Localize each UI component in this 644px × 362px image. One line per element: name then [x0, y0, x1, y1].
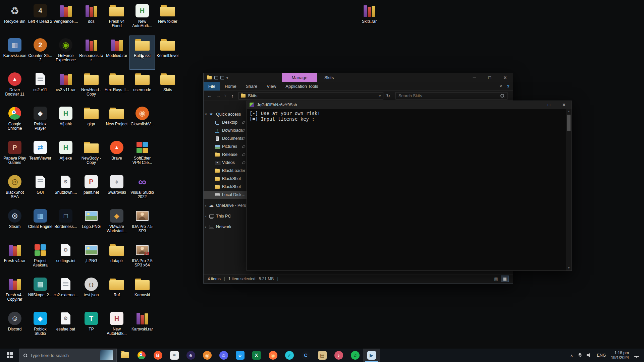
- console-close-button[interactable]: [556, 101, 572, 109]
- explorer-search-input[interactable]: Search Skits: [395, 92, 507, 100]
- desktop-icon[interactable]: NewHead - Copy: [78, 70, 104, 104]
- start-button[interactable]: [0, 349, 19, 362]
- desktop-icon[interactable]: Vengeance....: [53, 1, 78, 36]
- address-path[interactable]: Skits: [248, 93, 257, 98]
- ribbon-tab-share[interactable]: Share: [241, 82, 262, 90]
- volume-icon[interactable]: [587, 353, 592, 358]
- desktop-icon[interactable]: Project Asakura: [28, 241, 53, 275]
- ribbon-tab-application-tools[interactable]: Application Tools: [281, 82, 323, 90]
- desktop-icon[interactable]: dataptr: [104, 241, 129, 275]
- desktop-icon[interactable]: Google Chrome: [2, 104, 28, 138]
- details-view-button[interactable]: ▤: [492, 276, 500, 282]
- taskbar-eclipse[interactable]: e: [182, 349, 199, 362]
- desktop-icon[interactable]: ▲Brave: [104, 138, 129, 172]
- large-icons-view-button[interactable]: ▦: [501, 276, 509, 282]
- taskbar-clion[interactable]: C: [298, 349, 314, 362]
- sidebar-item-blackshot[interactable]: BlackShot: [204, 183, 247, 191]
- desktop-icon[interactable]: dds: [78, 1, 104, 36]
- ribbon-expand-icon[interactable]: [499, 84, 502, 89]
- taskbar-notepad[interactable]: ≡: [166, 349, 182, 362]
- clock[interactable]: 1:18 pm 19/1/2024: [611, 351, 629, 360]
- back-button[interactable]: [206, 93, 214, 99]
- desktop-icon[interactable]: ◆VMware Workstati...: [104, 206, 129, 241]
- desktop-icon[interactable]: HAfj.exe: [53, 138, 78, 172]
- desktop-icon[interactable]: Fresh v4.rar: [2, 241, 28, 275]
- sidebar-item-onedrive-pers[interactable]: ›OneDrive - Pers: [204, 201, 247, 209]
- taskbar-chrome[interactable]: [133, 349, 150, 362]
- sidebar-item-release[interactable]: Release: [204, 150, 247, 159]
- desktop-icon[interactable]: HNew AutoHotk...: [129, 1, 155, 36]
- desktop-icon[interactable]: Logo.PNG: [78, 206, 104, 241]
- desktop-icon[interactable]: ▤NifSkope_2...: [28, 275, 53, 309]
- desktop-icon[interactable]: ♻Recycle Bin: [2, 1, 28, 36]
- desktop-icon[interactable]: ▦Karovski.exe: [2, 36, 28, 70]
- contextual-tab-manage[interactable]: Manage: [282, 73, 317, 82]
- desktop-icon[interactable]: Fresh v4 - Copy.rar: [2, 275, 28, 309]
- minimize-button[interactable]: [467, 73, 482, 82]
- desktop-icon[interactable]: Resources.rar: [78, 36, 104, 70]
- desktop-icon[interactable]: ∞Visual Studio 2022: [129, 172, 155, 206]
- desktop-icon[interactable]: ◉ClownfishV...: [129, 104, 155, 138]
- refresh-icon[interactable]: [384, 93, 392, 99]
- desktop-icon[interactable]: ◉GeForce Experience: [53, 36, 78, 70]
- ribbon-tab-file[interactable]: File: [204, 82, 220, 90]
- desktop-icon[interactable]: PPapaya Play Games: [2, 138, 28, 172]
- maximize-button[interactable]: [482, 73, 497, 82]
- sidebar-item-pictures[interactable]: Pictures: [204, 142, 247, 150]
- desktop-icon[interactable]: Karovski: [129, 275, 155, 309]
- desktop[interactable]: ♻Recycle Bin4Left 4 Dead 2Vengeance....d…: [0, 0, 644, 362]
- desktop-icon[interactable]: 4Left 4 Dead 2: [28, 1, 53, 36]
- desktop-icon[interactable]: GUI: [28, 172, 53, 206]
- sidebar-item-blackloader[interactable]: BlackLoader: [204, 167, 247, 175]
- desktop-icon[interactable]: Skits: [155, 70, 180, 104]
- sidebar-item-this-pc[interactable]: ›This PC: [204, 212, 247, 220]
- desktop-icon[interactable]: Hex-Rays_I...: [104, 70, 129, 104]
- expander-icon[interactable]: ›: [205, 225, 208, 229]
- sidebar-item-documents[interactable]: Documents: [204, 134, 247, 142]
- console-output[interactable]: [-] Use at your own risk![=] Input licen…: [247, 109, 572, 270]
- desktop-icon[interactable]: 2Counter-Str... 2: [28, 36, 53, 70]
- desktop-icon[interactable]: giga: [78, 104, 104, 138]
- search-icon[interactable]: [500, 94, 504, 98]
- explorer-titlebar[interactable]: Manage Skits: [204, 73, 513, 82]
- microphone-icon[interactable]: [578, 353, 582, 358]
- sidebar-item-videos[interactable]: Videos: [204, 159, 247, 167]
- desktop-icon[interactable]: ⚙settings.ini: [53, 241, 78, 275]
- desktop-icon[interactable]: Skits.rar: [357, 1, 382, 24]
- taskbar-search-input[interactable]: Type here to search: [19, 349, 117, 362]
- qat-properties-icon[interactable]: [214, 76, 218, 79]
- desktop-icon[interactable]: usermode: [129, 70, 155, 104]
- qat-customize-icon[interactable]: [226, 75, 228, 80]
- desktop-icon[interactable]: HAfj.ahk: [53, 104, 78, 138]
- desktop-icon[interactable]: Karovski.rar: [129, 309, 155, 343]
- desktop-icon[interactable]: cs2-externa...: [53, 275, 78, 309]
- desktop-icon[interactable]: ♦Swarovski: [104, 172, 129, 206]
- desktop-icon[interactable]: 64IDA Pro 7.5 SP3 x64: [129, 241, 155, 275]
- address-bar[interactable]: Skits: [238, 92, 383, 100]
- sidebar-item-desktop[interactable]: Desktop: [204, 118, 247, 126]
- desktop-icon[interactable]: ▦Cheat Engine: [28, 206, 53, 241]
- desktop-icon[interactable]: Ruf: [104, 275, 129, 309]
- taskbar-file-explorer[interactable]: [117, 349, 133, 362]
- scrollbar-thumb[interactable]: [567, 115, 571, 131]
- taskbar-firefox[interactable]: ◉: [265, 349, 281, 362]
- expander-icon[interactable]: ˅: [205, 113, 208, 116]
- desktop-icon[interactable]: HNew AutoHotk...: [104, 309, 129, 343]
- desktop-icon[interactable]: ☺Discord: [2, 309, 28, 343]
- desktop-icon[interactable]: Modified.rar: [104, 36, 129, 70]
- desktop-icon[interactable]: SoftEther VPN Clie...: [129, 138, 155, 172]
- desktop-icon[interactable]: Ppaint.net: [78, 172, 104, 206]
- ribbon-tab-view[interactable]: View: [262, 82, 281, 90]
- desktop-icon[interactable]: Fresh v4 Fixed: [104, 1, 129, 36]
- forward-button[interactable]: [214, 93, 222, 99]
- taskbar-brave[interactable]: B: [150, 349, 166, 362]
- desktop-icon[interactable]: New Project: [104, 104, 129, 138]
- desktop-icon[interactable]: □Borderless...: [53, 206, 78, 241]
- console-scrollbar[interactable]: [566, 109, 572, 270]
- desktop-icon[interactable]: NewBody - Copy: [78, 138, 104, 172]
- expander-icon[interactable]: ›: [205, 215, 208, 218]
- taskbar-movies-tv[interactable]: ▶: [363, 349, 380, 362]
- help-icon[interactable]: ?: [507, 84, 509, 89]
- desktop-icon[interactable]: ◆Roblox Studio: [28, 309, 53, 343]
- ribbon-tab-home[interactable]: Home: [220, 82, 241, 90]
